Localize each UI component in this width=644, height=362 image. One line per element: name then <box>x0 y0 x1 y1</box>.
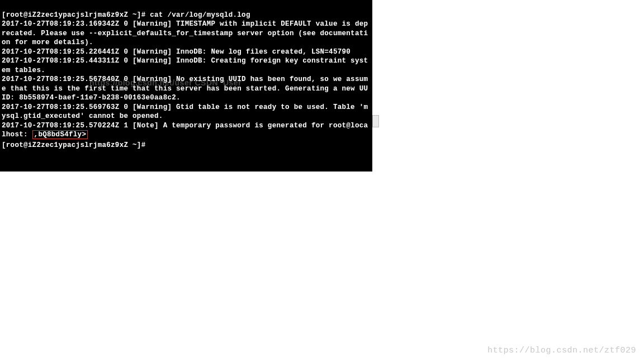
watermark-url: https://blog.csdn.net/ztf029 <box>487 346 636 355</box>
log-line-innodb-fk: 2017-10-27T08:19:25.443311Z 0 [Warning] … <box>2 57 368 74</box>
scrollbar-thumb[interactable] <box>372 115 379 127</box>
password-highlight-box: ,bQ8bdS4fly> <box>32 130 88 139</box>
log-line-gtid: 2017-10-27T08:19:25.569763Z 0 [Warning] … <box>2 103 368 121</box>
cursor-icon <box>150 140 154 147</box>
log-line-timestamp-warning: 2017-10-27T08:19:23.169342Z 0 [Warning] … <box>2 20 368 46</box>
shell-prompt-2: [root@iZ2zec1ypacjslrjma6z9xZ ~]# <box>2 141 150 149</box>
command-text: cat /var/log/mysqld.log <box>150 11 250 19</box>
shell-prompt: [root@iZ2zec1ypacjslrjma6z9xZ ~]# <box>2 11 150 19</box>
log-line-uuid: 2017-10-27T08:19:25.567840Z 0 [Warning] … <box>2 75 368 102</box>
terminal-window[interactable]: [root@iZ2zec1ypacjslrjma6z9xZ ~]# cat /v… <box>0 0 372 172</box>
log-line-innodb-newlog: 2017-10-27T08:19:25.226441Z 0 [Warning] … <box>2 48 351 56</box>
